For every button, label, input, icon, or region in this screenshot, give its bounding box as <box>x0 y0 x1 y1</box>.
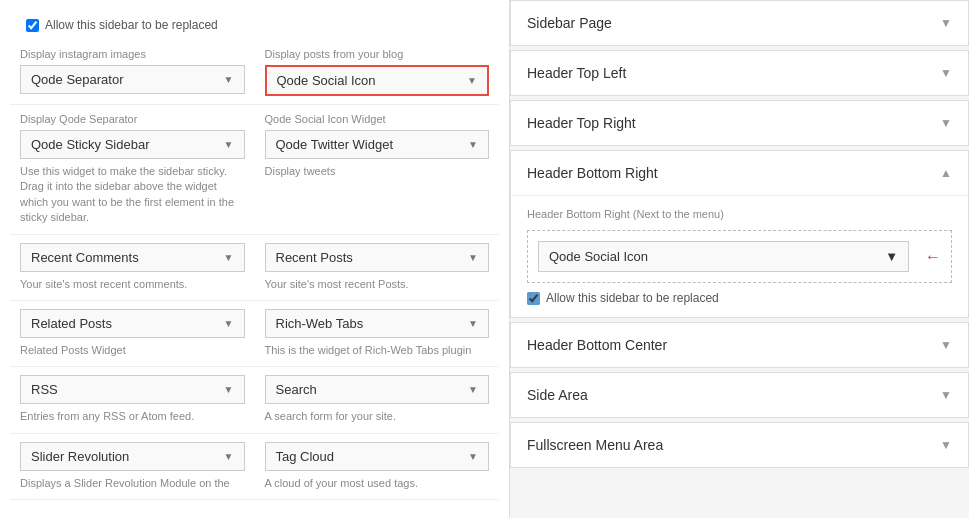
widget-cell-related-posts: Related Posts ▼ Related Posts Widget <box>10 301 255 367</box>
arrow-left-icon: ← <box>925 248 941 266</box>
chevron-down-icon: ▼ <box>224 252 234 263</box>
chevron-down-icon: ▼ <box>940 116 952 130</box>
chevron-down-icon: ▼ <box>224 384 234 395</box>
separator-label: Display Qode Separator <box>20 113 245 125</box>
widget-cell-separator: Display Qode Separator Qode Sticky Sideb… <box>10 105 255 235</box>
sidebar-content-header-bottom-right: Header Bottom Right (Next to the menu) Q… <box>511 195 968 317</box>
sidebar-header-sidebar-page[interactable]: Sidebar Page ▼ <box>511 1 968 45</box>
sidebar-header-header-top-left[interactable]: Header Top Left ▼ <box>511 51 968 95</box>
sidebar-header-header-bottom-right[interactable]: Header Bottom Right ▲ <box>511 151 968 195</box>
widget-cell-slider-revolution: Slider Revolution ▼ Displays a Slider Re… <box>10 434 255 500</box>
widget-cell-social-icon: Display posts from your blog Qode Social… <box>255 40 500 105</box>
widget-grid: Display instagram images Qode Separator … <box>10 40 499 500</box>
twitter-label: Qode Social Icon Widget <box>265 113 490 125</box>
recent-posts-desc: Your site's most recent Posts. <box>265 277 490 292</box>
top-allow-replace-row: Allow this sidebar to be replaced <box>10 10 499 40</box>
chevron-down-icon: ▼ <box>940 388 952 402</box>
widget-cell-instagram: Display instagram images Qode Separator … <box>10 40 255 105</box>
tag-cloud-select[interactable]: Tag Cloud ▼ <box>265 442 490 471</box>
sidebar-section-sidebar-page: Sidebar Page ▼ <box>510 0 969 46</box>
recent-posts-select[interactable]: Recent Posts ▼ <box>265 243 490 272</box>
rich-web-tabs-desc: This is the widget of Rich-Web Tabs plug… <box>265 343 490 358</box>
chevron-up-icon: ▲ <box>940 166 952 180</box>
chevron-down-icon: ▼ <box>224 74 234 85</box>
tag-cloud-desc: A cloud of your most used tags. <box>265 476 490 491</box>
sidebar-header-header-bottom-center[interactable]: Header Bottom Center ▼ <box>511 323 968 367</box>
sidebar-header-side-area[interactable]: Side Area ▼ <box>511 373 968 417</box>
chevron-down-icon: ▼ <box>940 66 952 80</box>
sidebar-page-label: Sidebar Page <box>527 15 612 31</box>
sidebar-section-header-bottom-right: Header Bottom Right ▲ Header Bottom Righ… <box>510 150 969 318</box>
widget-cell-twitter: Qode Social Icon Widget Qode Twitter Wid… <box>255 105 500 235</box>
recent-comments-desc: Your site's most recent comments. <box>20 277 245 292</box>
chevron-down-icon: ▼ <box>467 75 477 86</box>
inner-select-label: Qode Social Icon <box>549 249 648 264</box>
sidebar-section-side-area: Side Area ▼ <box>510 372 969 418</box>
side-area-label: Side Area <box>527 387 588 403</box>
chevron-down-icon: ▼ <box>468 139 478 150</box>
sidebar-section-header-top-left: Header Top Left ▼ <box>510 50 969 96</box>
search-select[interactable]: Search ▼ <box>265 375 490 404</box>
chevron-down-icon: ▼ <box>224 451 234 462</box>
left-panel: Allow this sidebar to be replaced Displa… <box>0 0 510 518</box>
widget-cell-recent-posts: Recent Posts ▼ Your site's most recent P… <box>255 235 500 301</box>
header-bottom-center-label: Header Bottom Center <box>527 337 667 353</box>
chevron-down-icon: ▼ <box>940 438 952 452</box>
header-top-left-label: Header Top Left <box>527 65 626 81</box>
sticky-sidebar-select[interactable]: Qode Sticky Sidebar ▼ <box>20 130 245 159</box>
rich-web-tabs-select[interactable]: Rich-Web Tabs ▼ <box>265 309 490 338</box>
rss-desc: Entries from any RSS or Atom feed. <box>20 409 245 424</box>
related-posts-select[interactable]: Related Posts ▼ <box>20 309 245 338</box>
top-allow-replace-checkbox[interactable] <box>26 19 39 32</box>
widget-cell-tag-cloud: Tag Cloud ▼ A cloud of your most used ta… <box>255 434 500 500</box>
allow-replace-checkbox[interactable] <box>527 292 540 305</box>
chevron-down-icon: ▼ <box>885 249 898 264</box>
instagram-select[interactable]: Qode Separator ▼ <box>20 65 245 94</box>
allow-replace-label: Allow this sidebar to be replaced <box>546 291 719 305</box>
social-icon-label: Display posts from your blog <box>265 48 490 60</box>
widget-cell-recent-comments: Recent Comments ▼ Your site's most recen… <box>10 235 255 301</box>
social-icon-select[interactable]: Qode Social Icon ▼ <box>265 65 490 96</box>
twitter-desc: Display tweets <box>265 164 490 179</box>
sidebar-section-header-top-right: Header Top Right ▼ <box>510 100 969 146</box>
chevron-down-icon: ▼ <box>940 338 952 352</box>
twitter-select[interactable]: Qode Twitter Widget ▼ <box>265 130 490 159</box>
sidebar-header-header-top-right[interactable]: Header Top Right ▼ <box>511 101 968 145</box>
rss-select[interactable]: RSS ▼ <box>20 375 245 404</box>
chevron-down-icon: ▼ <box>224 318 234 329</box>
header-bottom-right-sublabel: Header Bottom Right (Next to the menu) <box>527 208 952 220</box>
dashed-drop-area: Qode Social Icon ▼ ← <box>527 230 952 283</box>
chevron-down-icon: ▼ <box>468 252 478 263</box>
slider-revolution-desc: Displays a Slider Revolution Module on t… <box>20 476 245 491</box>
chevron-down-icon: ▼ <box>224 139 234 150</box>
top-allow-replace-label: Allow this sidebar to be replaced <box>45 18 218 32</box>
header-top-right-label: Header Top Right <box>527 115 636 131</box>
widget-cell-rss: RSS ▼ Entries from any RSS or Atom feed. <box>10 367 255 433</box>
right-panel: Sidebar Page ▼ Header Top Left ▼ Header … <box>510 0 969 518</box>
chevron-down-icon: ▼ <box>468 384 478 395</box>
chevron-down-icon: ▼ <box>940 16 952 30</box>
inner-social-icon-select[interactable]: Qode Social Icon ▼ <box>538 241 909 272</box>
sticky-sidebar-desc: Use this widget to make the sidebar stic… <box>20 164 245 226</box>
widget-cell-rich-web-tabs: Rich-Web Tabs ▼ This is the widget of Ri… <box>255 301 500 367</box>
header-bottom-right-label: Header Bottom Right <box>527 165 658 181</box>
recent-comments-select[interactable]: Recent Comments ▼ <box>20 243 245 272</box>
widget-cell-search: Search ▼ A search form for your site. <box>255 367 500 433</box>
allow-replace-checkbox-row: Allow this sidebar to be replaced <box>527 291 952 305</box>
related-posts-desc: Related Posts Widget <box>20 343 245 358</box>
sidebar-section-header-bottom-center: Header Bottom Center ▼ <box>510 322 969 368</box>
search-desc: A search form for your site. <box>265 409 490 424</box>
chevron-down-icon: ▼ <box>468 318 478 329</box>
instagram-label: Display instagram images <box>20 48 245 60</box>
chevron-down-icon: ▼ <box>468 451 478 462</box>
fullscreen-menu-area-label: Fullscreen Menu Area <box>527 437 663 453</box>
slider-revolution-select[interactable]: Slider Revolution ▼ <box>20 442 245 471</box>
sidebar-section-fullscreen-menu-area: Fullscreen Menu Area ▼ <box>510 422 969 468</box>
sidebar-header-fullscreen-menu-area[interactable]: Fullscreen Menu Area ▼ <box>511 423 968 467</box>
